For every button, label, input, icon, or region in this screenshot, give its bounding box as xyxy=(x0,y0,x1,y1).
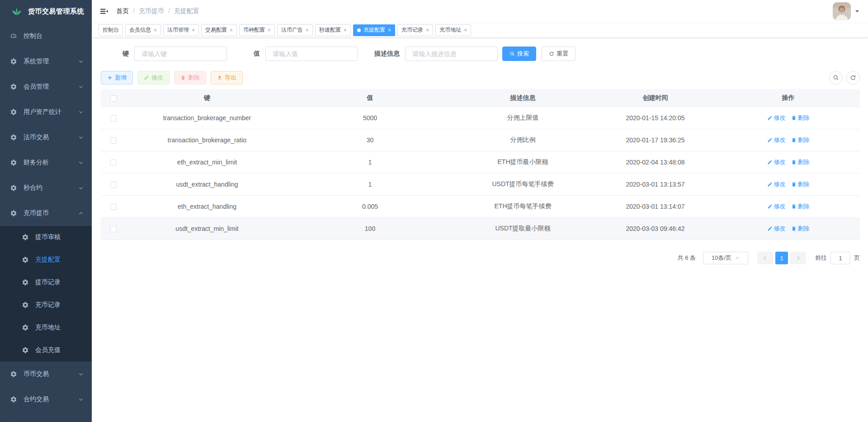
tab-币种配置[interactable]: 币种配置× xyxy=(239,24,275,36)
tab-close-icon[interactable]: × xyxy=(464,28,467,33)
tab-close-icon[interactable]: × xyxy=(344,28,347,33)
user-avatar[interactable] xyxy=(833,2,851,20)
filter-input-值[interactable] xyxy=(265,47,358,61)
filter-input-键[interactable] xyxy=(134,47,227,61)
tab-close-icon[interactable]: × xyxy=(230,28,233,33)
add-button[interactable]: 新增 xyxy=(101,71,133,84)
sidebar-subitem-充币地址[interactable]: 充币地址 xyxy=(0,316,92,339)
row-checkbox[interactable] xyxy=(110,182,117,188)
cell-desc: USDT提取最小限额 xyxy=(452,225,594,233)
tab-label: 充币记录 xyxy=(401,26,423,34)
gear-icon xyxy=(22,234,29,241)
sidebar-item-partial[interactable] xyxy=(0,412,92,422)
tab-交易配置[interactable]: 交易配置× xyxy=(201,24,237,36)
table-row: eth_extract_min_limit1ETH提币最小限额2020-02-0… xyxy=(101,151,860,173)
row-checkbox[interactable] xyxy=(110,159,117,166)
row-delete-button[interactable]: 删除 xyxy=(791,202,810,211)
cell-value: 1 xyxy=(288,181,452,188)
row-edit-button[interactable]: 修改 xyxy=(767,158,786,166)
row-checkbox[interactable] xyxy=(110,115,117,122)
tab-法币广告[interactable]: 法币广告× xyxy=(277,24,313,36)
sidebar-item-label: 币币交易 xyxy=(24,370,78,378)
reset-button[interactable]: 重置 xyxy=(542,47,576,61)
tab-充币地址[interactable]: 充币地址× xyxy=(435,24,471,36)
search-button[interactable]: 搜索 xyxy=(502,47,536,61)
tab-label: 交易配置 xyxy=(205,26,227,34)
tab-法币管理[interactable]: 法币管理× xyxy=(163,24,199,36)
sidebar-item-控制台[interactable]: 控制台 xyxy=(0,23,92,49)
row-edit-label: 修改 xyxy=(774,114,786,122)
row-edit-button[interactable]: 修改 xyxy=(767,180,786,188)
delete-button[interactable]: 删除 xyxy=(174,71,206,84)
sidebar-subitem-提币记录[interactable]: 提币记录 xyxy=(0,271,92,294)
hamburger-icon[interactable] xyxy=(100,7,109,16)
cell-key: eth_extract_min_limit xyxy=(126,159,288,166)
refresh-icon xyxy=(850,75,856,81)
select-all-checkbox[interactable] xyxy=(110,95,117,102)
sidebar-subitem-充币记录[interactable]: 充币记录 xyxy=(0,294,92,316)
row-checkbox[interactable] xyxy=(110,226,117,232)
tab-close-icon[interactable]: × xyxy=(306,28,309,33)
sidebar-item-秒合约[interactable]: 秒合约 xyxy=(0,175,92,201)
sidebar-item-用户资产统计[interactable]: 用户资产统计 xyxy=(0,99,92,125)
row-delete-button[interactable]: 删除 xyxy=(791,225,810,233)
sidebar-item-币币交易[interactable]: 币币交易 xyxy=(0,361,92,387)
filter-input-描述信息[interactable] xyxy=(405,47,498,61)
sidebar-subitem-会员充值[interactable]: 会员充值 xyxy=(0,339,92,361)
tab-close-icon[interactable]: × xyxy=(192,28,195,33)
filter-field: 值 xyxy=(238,47,358,61)
chevron-down-icon xyxy=(78,135,84,140)
tab-秒速配置[interactable]: 秒速配置× xyxy=(315,24,351,36)
tab-label: 秒速配置 xyxy=(319,26,341,34)
sidebar-item-label: 控制台 xyxy=(24,32,84,40)
row-edit-button[interactable]: 修改 xyxy=(767,202,786,211)
tab-会员信息[interactable]: 会员信息× xyxy=(125,24,161,36)
tab-充提配置[interactable]: 充提配置× xyxy=(353,24,395,36)
tab-close-icon[interactable]: × xyxy=(268,28,271,33)
filter-form: 键值描述信息 搜索 重置 xyxy=(101,47,860,61)
sidebar-item-系统管理[interactable]: 系统管理 xyxy=(0,49,92,74)
goto-page-input[interactable] xyxy=(830,252,850,264)
trash-icon xyxy=(791,159,797,165)
column-header-创建时间: 创建时间 xyxy=(594,94,717,102)
table-refresh-button[interactable] xyxy=(846,71,860,84)
edit-button[interactable]: 修改 xyxy=(137,71,170,84)
tab-控制台[interactable]: 控制台 xyxy=(99,24,123,36)
page-size-select[interactable]: 10条/页 xyxy=(703,252,748,264)
row-edit-button[interactable]: 修改 xyxy=(767,114,786,122)
sidebar: 货币交易管理系统 控制台系统管理会员管理用户资产统计法币交易财务分析秒合约充币提… xyxy=(0,0,92,422)
tab-充币记录[interactable]: 充币记录× xyxy=(397,24,433,36)
row-delete-button[interactable]: 删除 xyxy=(791,180,810,188)
row-edit-button[interactable]: 修改 xyxy=(767,136,786,144)
sidebar-item-法币交易[interactable]: 法币交易 xyxy=(0,125,92,150)
sidebar-item-充币提币[interactable]: 充币提币 xyxy=(0,201,92,226)
sidebar-subitem-充提配置[interactable]: 充提配置 xyxy=(0,249,92,271)
tab-close-icon[interactable]: × xyxy=(154,28,157,33)
sidebar-item-合约交易[interactable]: 合约交易 xyxy=(0,387,92,412)
row-delete-button[interactable]: 删除 xyxy=(791,158,810,166)
chevron-down-icon xyxy=(78,59,84,64)
gear-icon xyxy=(10,58,17,65)
breadcrumb-item[interactable]: 首页 xyxy=(116,7,129,15)
sidebar-subitem-label: 充币记录 xyxy=(35,301,84,309)
export-button[interactable]: 导出 xyxy=(211,71,243,84)
sidebar-subitem-提币审核[interactable]: 提币审核 xyxy=(0,226,92,249)
column-header-描述信息: 描述信息 xyxy=(452,94,594,102)
tab-label: 会员信息 xyxy=(129,26,151,34)
tab-close-icon[interactable]: × xyxy=(426,28,429,33)
sidebar-item-财务分析[interactable]: 财务分析 xyxy=(0,150,92,175)
row-checkbox[interactable] xyxy=(110,204,117,210)
sidebar-item-会员管理[interactable]: 会员管理 xyxy=(0,74,92,99)
row-checkbox[interactable] xyxy=(110,137,117,144)
row-delete-button[interactable]: 删除 xyxy=(791,114,810,122)
table-search-toggle-button[interactable] xyxy=(829,71,843,84)
row-delete-label: 删除 xyxy=(798,225,810,233)
filter-label: 描述信息 xyxy=(369,50,400,58)
row-delete-button[interactable]: 删除 xyxy=(791,136,810,144)
page-number-button[interactable]: 1 xyxy=(775,252,788,264)
row-edit-button[interactable]: 修改 xyxy=(767,225,786,233)
caret-down-icon[interactable] xyxy=(854,9,860,14)
prev-page-button[interactable] xyxy=(757,252,773,264)
next-page-button[interactable] xyxy=(790,252,806,264)
tab-close-icon[interactable]: × xyxy=(388,28,391,33)
